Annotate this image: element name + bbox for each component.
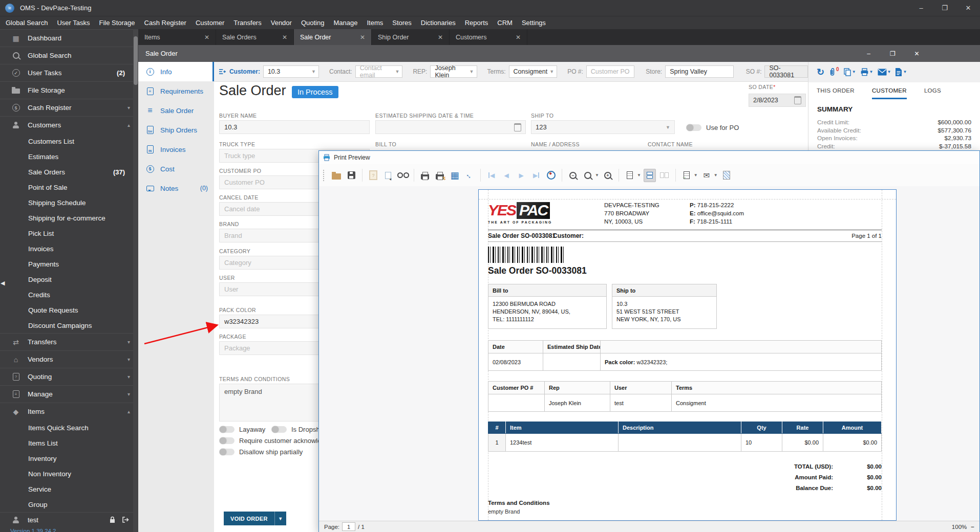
nav-item-info[interactable]: iInfo xyxy=(138,62,214,81)
nav-item-invoices[interactable]: INInvoices xyxy=(138,140,214,159)
sidebar-item-service[interactable]: Service xyxy=(0,481,138,497)
menu-items[interactable]: Items xyxy=(362,16,388,29)
menu-user-tasks[interactable]: User Tasks xyxy=(52,16,94,29)
tab-ship-order[interactable]: Ship Order✕ xyxy=(372,29,450,45)
menu-cash-register[interactable]: Cash Register xyxy=(140,16,191,29)
fit-page-icon[interactable]: ↔ xyxy=(463,169,476,182)
close-button[interactable]: ✕ xyxy=(956,0,980,16)
print-icon[interactable]: ▼ xyxy=(860,68,874,76)
is-dropship-toggle[interactable]: Is Dropship xyxy=(271,426,325,433)
nav-item-ship-orders[interactable]: SHShip Orders xyxy=(138,120,214,140)
previous-page-icon[interactable]: ◀ xyxy=(500,169,513,182)
restore-button[interactable]: ❐ xyxy=(881,45,905,62)
tab-customer[interactable]: CUSTOMER xyxy=(872,87,907,99)
tab-customers[interactable]: Customers✕ xyxy=(450,29,527,45)
close-icon[interactable]: ✕ xyxy=(204,34,209,41)
close-icon[interactable]: ✕ xyxy=(516,34,521,41)
restore-button[interactable]: ❐ xyxy=(933,0,956,16)
customize-grid-icon[interactable]: ▦ xyxy=(449,169,461,182)
void-order-button[interactable]: VOID ORDER ▼ xyxy=(224,512,286,525)
minimize-button[interactable]: – xyxy=(909,0,933,16)
sidebar-item-sale-orders[interactable]: Sale Orders(37) xyxy=(0,164,138,180)
contact-select[interactable]: Contact email▼ xyxy=(355,65,403,78)
nav-item-cost[interactable]: $Cost xyxy=(138,159,214,179)
buyer-name-input[interactable] xyxy=(219,120,370,134)
nav-item-sale-order[interactable]: ≡Sale Order xyxy=(138,101,214,120)
print-icon[interactable] xyxy=(419,169,431,182)
nav-item-requirements[interactable]: ≡Requirements xyxy=(138,81,214,101)
menu-transfers[interactable]: Transfers xyxy=(229,16,266,29)
find-icon[interactable] xyxy=(397,169,409,182)
sidebar-item-manage[interactable]: ≡Manage▾ xyxy=(0,385,138,403)
zoom-out-button[interactable]: − xyxy=(971,524,974,530)
menu-global-search[interactable]: Global Search xyxy=(1,16,52,29)
quick-print-icon[interactable]: ↯ xyxy=(434,169,446,182)
close-icon[interactable]: ✕ xyxy=(360,34,365,41)
sidebar-item-estimates[interactable]: Estimates xyxy=(0,149,138,164)
sidebar-item-transfers[interactable]: ⇄Transfers▾ xyxy=(0,333,138,350)
sidebar-item-shipping-ecommerce[interactable]: Shipping for e-commerce xyxy=(0,210,138,226)
clipboard-check-icon[interactable]: ? xyxy=(367,169,379,182)
sidebar-item-pick-list[interactable]: Pick List xyxy=(0,226,138,241)
sidebar-item-quote-requests[interactable]: Quote Requests xyxy=(0,302,138,318)
toggle-switch[interactable] xyxy=(219,449,235,455)
preview-surface[interactable]: YESPAC THE ART OF PACKAGING DEVPACE-TEST… xyxy=(319,186,979,521)
sidebar-item-non-inventory[interactable]: Non Inventory xyxy=(0,466,138,481)
toggle-switch[interactable] xyxy=(271,426,287,433)
menu-file-storage[interactable]: File Storage xyxy=(94,16,139,29)
sidebar-item-vendors[interactable]: ⌂Vendors▾ xyxy=(0,350,138,368)
sidebar-item-discount-campaigns[interactable]: Discount Campaigns xyxy=(0,318,138,333)
minimize-button[interactable]: – xyxy=(857,45,881,62)
customer-select[interactable]: 10.3▼ xyxy=(263,65,319,78)
sidebar-item-user-tasks[interactable]: ✓User Tasks(2) xyxy=(0,64,138,81)
sidebar-item-dashboard[interactable]: ▦Dashboard xyxy=(0,29,138,47)
sidebar-item-deposit[interactable]: Deposit xyxy=(0,272,138,287)
close-icon[interactable]: ✕ xyxy=(282,34,287,41)
zoom-in-icon[interactable]: + xyxy=(602,169,614,182)
toggle-switch[interactable] xyxy=(219,426,235,433)
sidebar-item-items[interactable]: ◆Items▴ xyxy=(0,403,138,420)
chevron-down-icon[interactable]: ▼ xyxy=(694,173,698,178)
export-document-icon[interactable]: → xyxy=(680,169,693,182)
facing-pages-icon[interactable] xyxy=(658,169,671,182)
chevron-down-icon[interactable]: ▼ xyxy=(274,512,286,525)
select-content-icon[interactable] xyxy=(382,169,394,182)
toggle-switch[interactable] xyxy=(219,437,235,444)
sidebar-item-customers[interactable]: Customers▴ xyxy=(0,116,138,134)
require-acknowledgement-toggle[interactable]: Require customer acknowledg xyxy=(219,437,329,445)
tab-sale-orders[interactable]: Sale Orders✕ xyxy=(216,29,294,45)
refresh-icon[interactable]: ↻ xyxy=(817,66,824,78)
menu-stores[interactable]: Stores xyxy=(388,16,416,29)
sidebar-item-invoices[interactable]: Invoices xyxy=(0,241,138,256)
save-icon[interactable] xyxy=(345,169,357,182)
zoom-out-icon[interactable]: − xyxy=(567,169,579,182)
menu-reports[interactable]: Reports xyxy=(460,16,493,29)
store-input[interactable]: Spring Valley xyxy=(665,65,734,78)
zoom-icon[interactable] xyxy=(582,169,594,182)
copy-icon[interactable]: ▼ xyxy=(843,68,856,76)
chevron-down-icon[interactable]: ▼ xyxy=(595,173,599,178)
logout-icon[interactable] xyxy=(122,516,129,523)
menu-quoting[interactable]: Quoting xyxy=(296,16,329,29)
tab-this-order[interactable]: THIS ORDER xyxy=(817,87,855,99)
sidebar-item-customers-list[interactable]: Customers List xyxy=(0,134,138,149)
lock-icon[interactable] xyxy=(109,516,116,523)
tab-sale-order[interactable]: Sale Order✕ xyxy=(294,29,372,45)
hand-tool-icon[interactable] xyxy=(545,169,557,182)
use-for-po-toggle[interactable]: Use for PO xyxy=(686,124,739,131)
layaway-toggle[interactable]: Layaway xyxy=(219,426,265,433)
close-button[interactable]: ✕ xyxy=(905,45,929,62)
page-setup-icon[interactable] xyxy=(624,169,636,182)
terms-select[interactable]: Consigment▼ xyxy=(509,65,558,78)
disallow-ship-partially-toggle[interactable]: Disallow ship partially xyxy=(219,448,303,456)
menu-crm[interactable]: CRM xyxy=(493,16,517,29)
open-icon[interactable] xyxy=(330,169,343,182)
menu-manage[interactable]: Manage xyxy=(329,16,362,29)
menu-settings[interactable]: Settings xyxy=(517,16,550,29)
menu-dictionaries[interactable]: Dictionaries xyxy=(416,16,460,29)
sidebar-item-payments[interactable]: Payments xyxy=(0,256,138,272)
sidebar-item-file-storage[interactable]: File Storage xyxy=(0,81,138,99)
sidebar-item-quoting[interactable]: ?Quoting▾ xyxy=(0,368,138,385)
assign-customer-icon[interactable] xyxy=(219,68,226,75)
tab-items[interactable]: Items✕ xyxy=(138,29,216,45)
